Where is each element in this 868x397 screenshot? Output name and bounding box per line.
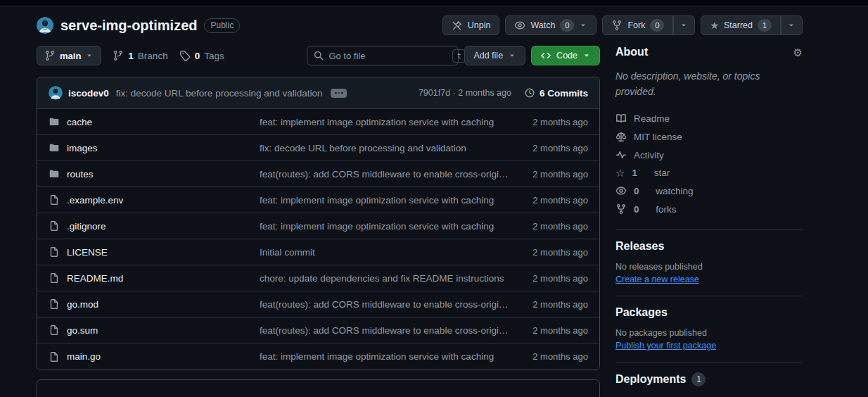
star-outline-icon: ☆	[615, 168, 625, 178]
file-name-link[interactable]: README.md	[67, 273, 123, 284]
repo-owner-avatar[interactable]	[37, 17, 53, 34]
eye-icon	[615, 185, 627, 196]
commit-message-link[interactable]: feat(routes): add CORS middleware to ena…	[260, 299, 509, 310]
file-icon	[49, 194, 60, 206]
main-content: main 1 Branch	[0, 44, 868, 397]
tag-icon	[179, 50, 191, 61]
commit-age[interactable]: 2 months ago	[509, 221, 588, 232]
commit-history-link[interactable]: 6 Commits	[524, 87, 588, 99]
commit-message-link[interactable]: chore: update dependencies and fix READM…	[260, 273, 509, 284]
commit-hash-time-link[interactable]: 7901f7d · 2 months ago	[419, 88, 511, 98]
file-name-link[interactable]: go.mod	[67, 299, 98, 310]
starred-button[interactable]: ★ Starred 1	[701, 15, 781, 35]
file-name-link[interactable]: go.sum	[67, 325, 98, 336]
star-split-button: ★ Starred 1	[701, 15, 803, 35]
fork-dropdown-button[interactable]	[673, 15, 695, 35]
fork-count: 0	[650, 19, 664, 32]
book-icon	[615, 113, 627, 124]
commit-message-link[interactable]: feat(routes): add CORS middleware to ena…	[260, 169, 509, 179]
about-description: No description, website, or topics provi…	[615, 69, 803, 99]
folder-icon	[49, 168, 60, 179]
table-row: main.gofeat: implement image optimizatio…	[37, 344, 599, 370]
commit-message-link[interactable]: feat: implement image optimization servi…	[260, 117, 509, 127]
star-filled-icon: ★	[710, 20, 719, 30]
commit-age[interactable]: 2 months ago	[509, 273, 588, 284]
kebab-horizontal-icon[interactable]	[331, 89, 347, 98]
commit-age[interactable]: 2 months ago	[509, 325, 588, 336]
file-name-link[interactable]: main.go	[67, 351, 101, 362]
star-dropdown-button[interactable]	[781, 15, 803, 35]
pulse-icon	[615, 149, 627, 160]
file-name-link[interactable]: cache	[67, 117, 92, 127]
packages-title: Packages	[615, 306, 803, 319]
commit-age[interactable]: 2 months ago	[509, 195, 588, 206]
repo-title[interactable]: serve-img-optimized	[60, 18, 197, 34]
commit-author-avatar[interactable]	[49, 86, 63, 100]
file-icon	[49, 220, 60, 232]
gear-icon[interactable]: ⚙	[793, 47, 803, 58]
chevron-down-icon	[787, 21, 796, 30]
fork-button[interactable]: Fork 0	[602, 15, 673, 35]
add-file-button[interactable]: Add file	[464, 46, 525, 65]
pin-slash-icon	[452, 20, 463, 31]
file-name-link[interactable]: .gitignore	[67, 221, 106, 232]
unpin-button[interactable]: Unpin	[442, 15, 500, 35]
watch-button[interactable]: Watch 0	[505, 15, 596, 35]
commit-age[interactable]: 2 months ago	[509, 169, 588, 179]
branches-link[interactable]: 1 Branch	[113, 50, 167, 61]
file-name-link[interactable]: LICENSE	[67, 247, 108, 258]
file-name-link[interactable]: images	[67, 143, 98, 153]
repo-header: serve-img-optimized Public Unpin Watch 0	[0, 6, 868, 44]
about-meta-item[interactable]: 0 forks	[615, 200, 803, 218]
commit-age[interactable]: 2 months ago	[509, 351, 588, 362]
commit-message-link[interactable]: feat: implement image optimization servi…	[260, 221, 509, 232]
commit-age[interactable]: 2 months ago	[509, 143, 588, 153]
about-section: About ⚙ No description, website, or topi…	[615, 46, 803, 230]
commit-age[interactable]: 2 months ago	[509, 247, 588, 258]
about-meta-item[interactable]: Readme	[615, 109, 803, 127]
commit-age[interactable]: 2 months ago	[509, 299, 588, 310]
create-release-link[interactable]: Create a new release	[615, 275, 699, 284]
deployments-count: 1	[691, 372, 706, 386]
releases-section: Releases No releases published Create a …	[615, 230, 803, 296]
releases-title: Releases	[615, 240, 803, 253]
chevron-down-icon	[579, 21, 587, 30]
folder-icon	[49, 116, 60, 127]
publish-package-link[interactable]: Publish your first package	[615, 341, 716, 351]
tags-link[interactable]: 0 Tags	[179, 50, 224, 61]
commit-message-link[interactable]: Initial commit	[260, 247, 509, 258]
about-meta-item[interactable]: ☆1 star	[615, 164, 803, 182]
branch-selector[interactable]: main	[37, 46, 101, 65]
commit-author-link[interactable]: iscodev0	[68, 88, 109, 99]
law-icon	[615, 131, 627, 142]
commit-message-link[interactable]: fix: decode URL before processing and va…	[116, 88, 323, 99]
about-title: About	[615, 46, 648, 58]
watch-count: 0	[560, 19, 574, 32]
go-to-file-input[interactable]	[328, 51, 452, 61]
about-meta-item[interactable]: MIT license	[615, 127, 803, 146]
packages-section: Packages No packages published Publish y…	[615, 296, 803, 363]
commit-message-link[interactable]: fix: decode URL before processing and va…	[260, 143, 509, 153]
about-meta-item[interactable]: 0 watching	[615, 182, 803, 200]
code-button[interactable]: Code	[531, 46, 600, 65]
about-meta-list: ReadmeMIT licenseActivity☆1 star0 watchi…	[615, 109, 803, 218]
go-to-file-search[interactable]: t	[307, 46, 459, 65]
branch-tag-counts: 1 Branch 0 Tags	[113, 50, 224, 61]
sidebar: About ⚙ No description, website, or topi…	[615, 44, 803, 397]
file-name-link[interactable]: routes	[67, 169, 94, 179]
commit-age[interactable]: 2 months ago	[509, 117, 588, 127]
deployments-title[interactable]: Deployments	[615, 373, 686, 386]
commit-message-link[interactable]: feat(routes): add CORS middleware to ena…	[260, 325, 509, 336]
about-meta-item[interactable]: Activity	[615, 146, 803, 164]
fork-split-button: Fork 0	[602, 15, 695, 35]
table-row: go.modfeat(routes): add CORS middleware …	[37, 291, 599, 317]
file-list: cachefeat: implement image optimization …	[37, 109, 599, 370]
commit-message-link[interactable]: feat: implement image optimization servi…	[260, 195, 509, 206]
file-name-link[interactable]: .example.env	[67, 195, 123, 206]
folder-icon	[49, 142, 60, 153]
repo-toolbar: main 1 Branch	[37, 46, 600, 65]
releases-empty-text: No releases published	[615, 262, 803, 272]
commit-message-link[interactable]: feat: implement image optimization servi…	[260, 351, 509, 362]
table-row: cachefeat: implement image optimization …	[37, 109, 599, 135]
app-header-remnant	[0, 0, 868, 6]
